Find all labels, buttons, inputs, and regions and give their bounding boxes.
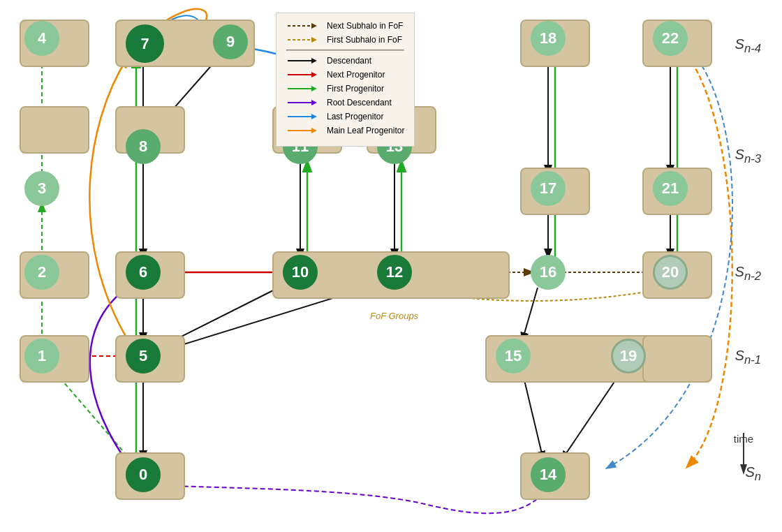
legend-first-subhalo: First Subhalo in FoF xyxy=(286,34,404,45)
node-0: 0 xyxy=(126,457,161,492)
node-17: 17 xyxy=(531,171,566,206)
node-8: 8 xyxy=(126,129,161,164)
legend-last-progenitor: Last Progenitor xyxy=(286,111,404,122)
node-18: 18 xyxy=(531,21,566,56)
legend-root-descendant-label: Root Descendant xyxy=(327,98,392,108)
svg-marker-51 xyxy=(311,114,317,119)
legend-main-leaf-progenitor: Main Leaf Progenitor xyxy=(286,125,404,136)
legend-next-progenitor-label: Next Progenitor xyxy=(327,70,385,80)
snapshot-label-n2: Sn-2 xyxy=(735,264,761,283)
node-22: 22 xyxy=(653,21,688,56)
svg-marker-49 xyxy=(311,100,317,105)
fof-groups-label: FoF Groups xyxy=(370,311,418,321)
node-15: 15 xyxy=(496,339,531,374)
node-9: 9 xyxy=(213,24,248,59)
fof-box-3 xyxy=(20,106,89,154)
legend-next-subhalo-label: Next Subhalo in FoF xyxy=(327,21,403,31)
node-19: 19 xyxy=(611,339,646,374)
node-20: 20 xyxy=(653,255,688,290)
svg-marker-43 xyxy=(311,58,317,64)
node-1: 1 xyxy=(24,339,59,374)
fof-box-19b xyxy=(642,335,712,383)
legend-descendant: Descendant xyxy=(286,55,404,66)
svg-line-15 xyxy=(522,371,543,459)
svg-marker-41 xyxy=(311,37,317,43)
svg-line-14 xyxy=(562,371,621,459)
legend-descendant-label: Descendant xyxy=(327,56,371,66)
node-7: 7 xyxy=(126,24,164,63)
node-16: 16 xyxy=(531,255,566,290)
legend-first-subhalo-label: First Subhalo in FoF xyxy=(327,35,402,45)
node-5: 5 xyxy=(126,339,161,374)
legend-main-leaf-progenitor-label: Main Leaf Progenitor xyxy=(327,126,404,135)
legend-last-progenitor-label: Last Progenitor xyxy=(327,112,383,121)
time-indicator: time xyxy=(737,433,751,475)
svg-marker-37 xyxy=(740,464,747,475)
legend-next-progenitor: Next Progenitor xyxy=(286,69,404,80)
svg-marker-39 xyxy=(311,23,317,29)
node-12: 12 xyxy=(377,255,412,290)
node-21: 21 xyxy=(653,171,688,206)
diagram: 0 1 2 3 4 5 6 7 8 9 10 11 12 13 14 15 16… xyxy=(0,0,782,532)
node-4: 4 xyxy=(24,21,59,56)
node-6: 6 xyxy=(126,255,161,290)
snapshot-label-n4: Sn-4 xyxy=(735,36,761,56)
legend-box: Next Subhalo in FoF First Subhalo in FoF… xyxy=(276,13,415,147)
svg-line-13 xyxy=(522,288,538,341)
node-10: 10 xyxy=(283,255,318,290)
svg-marker-45 xyxy=(311,72,317,77)
node-3: 3 xyxy=(24,171,59,206)
snapshot-label-n3: Sn-3 xyxy=(735,147,761,166)
node-2: 2 xyxy=(24,255,59,290)
time-label: time xyxy=(734,433,753,445)
svg-marker-47 xyxy=(311,86,317,91)
legend-next-subhalo: Next Subhalo in FoF xyxy=(286,20,404,31)
legend-first-progenitor-label: First Progenitor xyxy=(327,84,384,94)
snapshot-label-n1: Sn-1 xyxy=(735,348,761,367)
legend-root-descendant: Root Descendant xyxy=(286,97,404,108)
legend-first-progenitor: First Progenitor xyxy=(286,83,404,94)
node-14: 14 xyxy=(531,457,566,492)
svg-marker-53 xyxy=(311,128,317,133)
